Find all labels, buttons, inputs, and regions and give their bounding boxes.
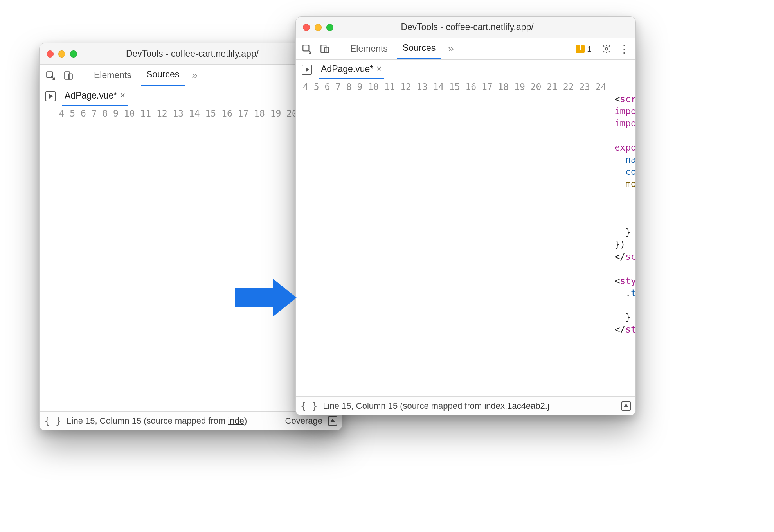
more-tabs-icon[interactable]: » <box>445 43 457 55</box>
file-tab-name: AdPage.vue* <box>321 64 373 74</box>
pretty-print-icon[interactable]: { } <box>301 401 317 412</box>
code-content[interactable]: <script lang="ts"> import { defineCompon… <box>610 79 635 396</box>
tab-elements[interactable]: Elements <box>88 65 137 86</box>
more-menu-icon[interactable]: ⋮ <box>617 42 632 56</box>
mapped-file-link[interactable]: inde <box>228 416 244 426</box>
window-title: DevTools - coffee-cart.netlify.app/ <box>306 22 628 32</box>
status-bar: { } Line 15, Column 15 (source mapped fr… <box>296 396 635 415</box>
line-gutter: 4 5 6 7 8 9 10 11 12 13 14 15 16 17 18 1… <box>40 106 334 411</box>
coverage-label[interactable]: Coverage <box>285 416 322 426</box>
svg-point-6 <box>605 47 608 50</box>
tab-sources[interactable]: Sources <box>141 65 185 86</box>
drawer-toggle-icon[interactable] <box>328 416 337 426</box>
device-toggle-icon[interactable] <box>61 68 76 83</box>
cursor-position: Line 15, Column 15 (source mapped from i… <box>67 416 247 426</box>
file-tab[interactable]: AdPage.vue* × <box>319 60 384 79</box>
drawer-toggle-icon[interactable] <box>621 401 631 411</box>
svg-rect-5 <box>325 47 329 52</box>
more-tabs-icon[interactable]: » <box>189 69 200 81</box>
titlebar: DevTools - coffee-cart.netlify.app/ <box>296 17 635 38</box>
mapped-file-link[interactable]: index.1ac4eab2.j <box>484 401 549 411</box>
divider <box>82 70 82 81</box>
svg-rect-1 <box>65 72 70 79</box>
toolbar: Elements Sources » 1 ⋮ <box>296 38 635 60</box>
close-tab-icon[interactable]: × <box>376 64 382 74</box>
settings-icon[interactable] <box>599 42 614 56</box>
issues-chip[interactable]: 1 <box>572 43 596 55</box>
inspect-icon[interactable] <box>300 42 314 56</box>
cursor-position: Line 15, Column 15 (source mapped from i… <box>323 401 549 411</box>
tab-sources[interactable]: Sources <box>397 38 441 59</box>
pretty-print-icon[interactable]: { } <box>44 415 61 426</box>
divider <box>338 43 338 55</box>
tab-elements[interactable]: Elements <box>345 39 393 59</box>
status-bar: { } Line 15, Column 15 (source mapped fr… <box>40 411 342 430</box>
device-toggle-icon[interactable] <box>318 42 332 56</box>
devtools-window-right: DevTools - coffee-cart.netlify.app/ Elem… <box>295 16 636 415</box>
code-editor[interactable]: 4 5 6 7 8 9 10 11 12 13 14 15 16 17 18 1… <box>296 79 635 396</box>
file-tab-bar: AdPage.vue* × <box>296 60 635 79</box>
svg-rect-4 <box>321 45 326 53</box>
navigator-icon[interactable] <box>43 89 58 103</box>
svg-rect-2 <box>68 74 72 79</box>
file-tab[interactable]: AdPage.vue* × <box>62 86 128 106</box>
close-tab-icon[interactable]: × <box>120 90 125 101</box>
window-title: DevTools - coffee-cart.netlify.app/ <box>50 49 335 59</box>
file-tab-name: AdPage.vue* <box>65 90 117 101</box>
line-gutter: 4 5 6 7 8 9 10 11 12 13 14 15 16 17 18 1… <box>296 79 610 396</box>
inspect-icon[interactable] <box>43 68 58 83</box>
navigator-icon[interactable] <box>300 63 314 77</box>
issues-count: 1 <box>587 44 592 54</box>
warning-icon <box>576 45 585 53</box>
